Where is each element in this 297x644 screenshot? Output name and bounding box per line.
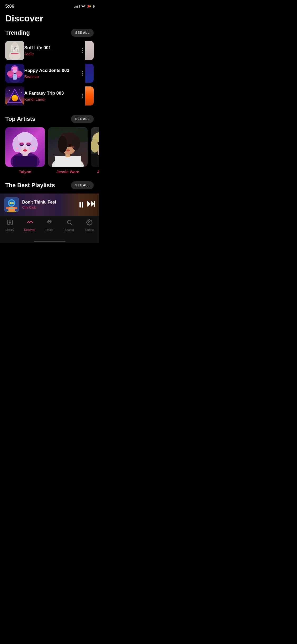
trending-thumb-3 — [5, 86, 24, 105]
top-artists-title: Top Artists — [5, 116, 35, 122]
svg-rect-48 — [13, 156, 37, 167]
trending-name-3: A Fantasy Trip 003 — [24, 91, 80, 96]
svg-point-60 — [58, 136, 67, 153]
best-playlists-header: The Best Playlists SEE ALL — [0, 181, 99, 194]
trending-artist-1: Jodie — [24, 52, 80, 56]
settings-icon — [86, 219, 92, 227]
status-time: 5:06 — [5, 4, 14, 9]
more-menu-1[interactable] — [80, 46, 85, 55]
svg-rect-89 — [6, 207, 8, 209]
tab-search-label: Search — [65, 228, 74, 231]
svg-point-97 — [32, 222, 33, 223]
tab-bar: Library Discover Radio Search — [0, 216, 99, 239]
svg-rect-19 — [13, 74, 17, 80]
status-bar: 5:06 ⚡ — [0, 0, 99, 11]
trending-artist-3: Kandi Landi — [24, 97, 80, 102]
svg-point-87 — [12, 202, 14, 204]
top-artists-list: Taiyon — [0, 127, 99, 174]
trending-title: Trending — [5, 29, 30, 36]
svg-point-98 — [49, 222, 50, 223]
top-artists-header: Top Artists SEE ALL — [0, 115, 99, 127]
svg-point-28 — [21, 92, 22, 93]
svg-point-26 — [9, 90, 10, 91]
top-artists-see-all[interactable]: SEE ALL — [71, 115, 94, 123]
trending-name-2: Happy Accidents 002 — [24, 68, 80, 73]
svg-point-72 — [91, 139, 99, 153]
svg-point-50 — [32, 147, 34, 149]
peek-thumb-1 — [85, 41, 94, 60]
svg-marker-93 — [87, 201, 91, 207]
now-playing-title: Don't Think, Feel — [22, 200, 76, 205]
svg-rect-68 — [91, 154, 99, 167]
trending-artist-2: Beatrice — [24, 74, 80, 79]
svg-point-39 — [18, 132, 32, 144]
svg-point-6 — [16, 47, 18, 48]
trending-list: Soft Life 001 Jodie — [0, 41, 99, 108]
svg-point-65 — [68, 144, 72, 146]
more-menu-3[interactable] — [80, 91, 85, 100]
best-playlists-see-all[interactable]: SEE ALL — [71, 181, 94, 189]
table-row[interactable]: A Fantasy Trip 003 Kandi Landi — [5, 86, 94, 105]
svg-rect-91 — [10, 208, 14, 209]
trending-header: Trending SEE ALL — [0, 29, 99, 41]
list-item[interactable]: Taiyon — [5, 127, 45, 174]
tab-discover-label: Discover — [24, 228, 35, 231]
more-menu-2[interactable] — [80, 69, 85, 78]
list-item[interactable]: Adel — [91, 127, 99, 174]
library-icon — [7, 219, 13, 227]
trending-thumb-1 — [5, 41, 24, 60]
svg-rect-92 — [7, 211, 16, 212]
trending-info-1: Soft Life 001 Jodie — [24, 45, 80, 56]
svg-rect-4 — [17, 49, 18, 52]
tab-library[interactable]: Library — [2, 219, 18, 231]
svg-point-5 — [12, 47, 14, 48]
now-playing-info: Don't Think, Feel City Club — [22, 200, 76, 209]
list-item[interactable]: Jessie Ware — [48, 127, 88, 174]
svg-point-31 — [18, 104, 20, 105]
search-icon — [66, 219, 73, 227]
svg-point-66 — [70, 146, 74, 149]
tab-discover[interactable]: Discover — [22, 219, 38, 231]
svg-rect-88 — [8, 207, 15, 211]
svg-point-20 — [12, 67, 17, 70]
pause-button[interactable] — [79, 202, 83, 208]
trending-info-2: Happy Accidents 002 Beatrice — [24, 68, 80, 79]
svg-rect-95 — [94, 201, 95, 207]
svg-rect-90 — [15, 207, 17, 209]
radio-icon — [46, 219, 53, 227]
svg-point-86 — [10, 202, 11, 204]
trending-thumb-2 — [5, 64, 24, 83]
table-row[interactable]: Happy Accidents 002 Beatrice — [5, 64, 94, 83]
svg-point-27 — [20, 89, 20, 90]
home-bar — [34, 241, 65, 242]
trending-see-all[interactable]: SEE ALL — [71, 29, 94, 37]
tab-search[interactable]: Search — [62, 219, 77, 231]
svg-point-101 — [88, 222, 90, 223]
tab-radio[interactable]: Radio — [42, 219, 58, 231]
svg-point-29 — [7, 93, 8, 93]
svg-point-45 — [26, 142, 31, 145]
trending-info-3: A Fantasy Trip 003 Kandi Landi — [24, 91, 80, 102]
artist-name-adel: Adel — [97, 169, 99, 174]
svg-rect-3 — [12, 49, 13, 52]
tab-radio-label: Radio — [46, 228, 53, 231]
svg-point-49 — [16, 147, 18, 149]
peek-thumb-3 — [85, 86, 94, 105]
status-icons: ⚡ — [74, 4, 94, 8]
skip-forward-button[interactable] — [87, 201, 95, 208]
page-title: Discover — [0, 11, 99, 29]
now-playing-subtitle: City Club — [22, 205, 76, 209]
svg-point-2 — [9, 51, 21, 60]
artist-photo-jessie — [48, 127, 88, 167]
artist-name-jessie: Jessie Ware — [56, 169, 79, 174]
svg-point-44 — [19, 142, 24, 145]
now-playing-bar[interactable]: Don't Think, Feel City Club — [0, 194, 99, 216]
svg-marker-94 — [91, 201, 94, 207]
svg-point-96 — [10, 222, 11, 223]
table-row[interactable]: Soft Life 001 Jodie — [5, 41, 94, 60]
svg-point-9 — [12, 42, 17, 47]
tab-setting[interactable]: Setting — [81, 219, 97, 231]
svg-point-46 — [24, 147, 26, 149]
now-playing-controls — [79, 201, 95, 208]
artist-photo-adel — [91, 127, 99, 167]
